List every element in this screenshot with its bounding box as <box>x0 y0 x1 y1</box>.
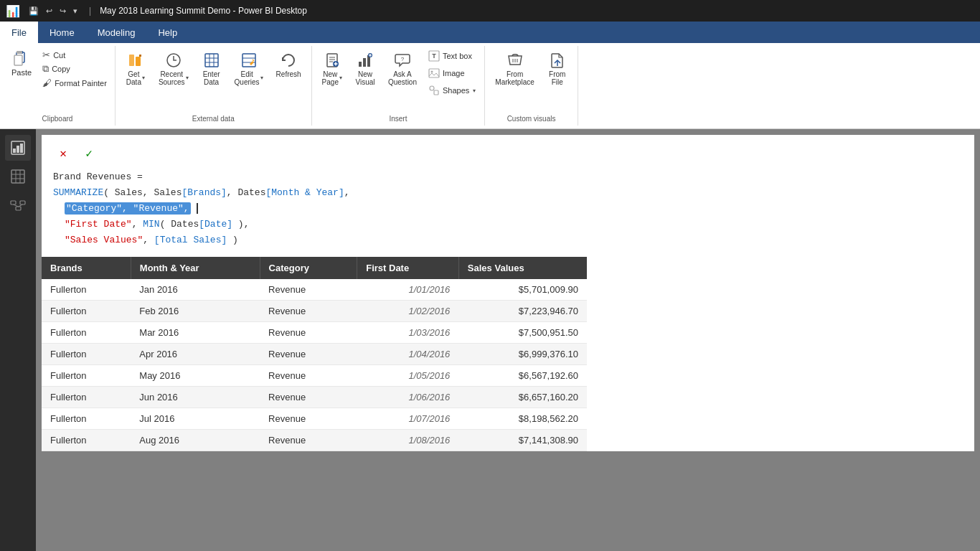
cell-category: Revenue <box>260 387 357 408</box>
enter-data-label: EnterData <box>203 70 220 86</box>
text-box-icon: T <box>428 50 440 62</box>
cell-brands: Fullerton <box>42 387 131 408</box>
undo-icon[interactable]: ↩ <box>43 5 55 17</box>
sidebar-item-model[interactable] <box>5 192 31 218</box>
cell-first-date: 1/04/2016 <box>357 344 459 365</box>
svg-rect-24 <box>359 62 362 67</box>
new-page-label-row: NewPage ▾ <box>322 69 342 86</box>
cell-month: Jun 2016 <box>131 387 260 408</box>
table-row: Fullerton Jun 2016 Revenue 1/06/2016 $6,… <box>42 387 587 408</box>
cell-month: Mar 2016 <box>131 322 260 344</box>
formula-code[interactable]: Brand Revenues = SUMMARIZE( Sales, Sales… <box>53 169 963 248</box>
edit-queries-icon <box>240 52 258 69</box>
table-row: Fullerton Mar 2016 Revenue 1/03/2016 $7,… <box>42 322 587 344</box>
refresh-button[interactable]: Refresh <box>272 49 306 81</box>
shapes-icon <box>428 85 440 96</box>
svg-rect-3 <box>17 51 22 54</box>
recent-sources-button[interactable]: RecentSources ▾ <box>154 49 193 89</box>
recent-sources-dropdown-arrow: ▾ <box>186 75 189 81</box>
copy-button[interactable]: ⧉ Copy <box>40 62 109 75</box>
shapes-button[interactable]: Shapes ▾ <box>425 83 479 98</box>
edit-queries-button[interactable]: EditQueries ▾ <box>230 49 268 89</box>
cell-first-date: 1/05/2016 <box>357 365 459 387</box>
sidebar-item-data[interactable] <box>5 164 31 189</box>
formula-line2: SUMMARIZE <box>53 187 103 198</box>
cell-brands: Fullerton <box>42 322 131 344</box>
sidebar-item-report[interactable] <box>5 135 31 161</box>
cell-brands: Fullerton <box>42 430 131 451</box>
cell-month: Feb 2016 <box>131 301 260 322</box>
get-data-icon <box>127 52 144 69</box>
table-row: Fullerton Jan 2016 Revenue 1/01/2016 $5,… <box>42 279 587 301</box>
image-button[interactable]: Image <box>425 66 479 80</box>
ask-question-icon: ? <box>394 52 411 69</box>
cell-first-date: 1/03/2016 <box>357 322 459 344</box>
svg-point-34 <box>431 71 433 73</box>
cell-sales-values: $7,500,951.50 <box>458 322 587 344</box>
cell-brands: Fullerton <box>42 279 131 301</box>
recent-sources-label-row: RecentSources ▾ <box>159 69 189 86</box>
recent-sources-icon <box>165 52 182 69</box>
cell-category: Revenue <box>260 301 357 322</box>
report-icon <box>10 140 26 156</box>
cell-month: Jan 2016 <box>131 279 260 301</box>
window-icon: 📊 <box>6 4 20 18</box>
menu-item-modeling[interactable]: Modeling <box>86 22 147 43</box>
enter-data-button[interactable]: EnterData <box>197 49 226 89</box>
cell-category: Revenue <box>260 365 357 387</box>
col-header-brands: Brands <box>42 257 131 279</box>
menu-item-file[interactable]: File <box>0 22 38 43</box>
paste-button[interactable]: Paste <box>6 49 37 78</box>
ask-question-button[interactable]: ? Ask AQuestion <box>384 49 421 89</box>
save-icon[interactable]: 💾 <box>26 5 42 17</box>
from-file-button[interactable]: FromFile <box>543 49 572 89</box>
from-marketplace-button[interactable]: FromMarketplace <box>491 49 538 89</box>
formula-line4: "First Date", MIN( Dates[Date] ), <box>65 217 249 232</box>
get-data-button[interactable]: GetData ▾ <box>121 49 150 89</box>
cell-sales-values: $8,198,562.20 <box>458 408 587 430</box>
cell-first-date: 1/01/2016 <box>357 279 459 301</box>
left-sidebar <box>0 129 36 551</box>
table-body: Fullerton Jan 2016 Revenue 1/01/2016 $5,… <box>42 279 587 451</box>
cell-brands: Fullerton <box>42 301 131 322</box>
new-page-dropdown-arrow: ▾ <box>339 75 342 81</box>
formula-cancel-button[interactable]: ✕ <box>53 143 73 164</box>
ribbon: Paste ✂ Cut ⧉ Copy 🖌 Format Painte <box>0 43 980 129</box>
menu-item-help[interactable]: Help <box>146 22 189 43</box>
svg-line-53 <box>14 204 19 207</box>
data-table-wrapper: Brands Month & Year Category First Date … <box>42 257 974 451</box>
data-icon <box>10 169 26 184</box>
cell-month: Jul 2016 <box>131 408 260 430</box>
data-table: Brands Month & Year Category First Date … <box>42 257 587 451</box>
formula-toolbar: ✕ ✓ <box>53 143 963 164</box>
cell-category: Revenue <box>260 322 357 344</box>
customize-icon[interactable]: ▾ <box>70 5 80 17</box>
cell-category: Revenue <box>260 430 357 451</box>
redo-icon[interactable]: ↪ <box>57 5 69 17</box>
insert-group-label: Insert <box>389 115 407 123</box>
formula-confirm-button[interactable]: ✓ <box>79 143 99 164</box>
formula-selection: "Category", "Revenue", <box>65 202 191 215</box>
ribbon-group-external-data: GetData ▾ RecentSources ▾ <box>116 46 312 126</box>
recent-sources-label: RecentSources <box>159 70 185 86</box>
new-visual-label: NewVisual <box>355 70 374 86</box>
edit-queries-dropdown-arrow: ▾ <box>260 75 263 81</box>
from-file-icon <box>549 52 566 69</box>
svg-rect-50 <box>11 201 16 204</box>
edit-queries-label: EditQueries <box>235 70 260 86</box>
cell-first-date: 1/08/2016 <box>357 430 459 451</box>
col-header-sales-values: Sales Values <box>458 257 587 279</box>
svg-rect-42 <box>13 149 16 153</box>
svg-rect-51 <box>16 207 21 210</box>
text-box-button[interactable]: T Text box <box>425 49 479 63</box>
menu-item-home[interactable]: Home <box>38 22 86 43</box>
format-painter-button[interactable]: 🖌 Format Painter <box>40 77 109 89</box>
cell-sales-values: $7,141,308.90 <box>458 430 587 451</box>
enter-data-icon <box>203 52 220 69</box>
new-visual-button[interactable]: NewVisual <box>351 49 380 89</box>
copy-label: Copy <box>52 65 70 73</box>
new-page-button[interactable]: NewPage ▾ <box>318 49 347 89</box>
main-area: ✕ ✓ Brand Revenues = SUMMARIZE( Sales, S… <box>0 129 980 551</box>
cell-sales-values: $6,567,192.60 <box>458 365 587 387</box>
cut-button[interactable]: ✂ Cut <box>40 49 109 61</box>
